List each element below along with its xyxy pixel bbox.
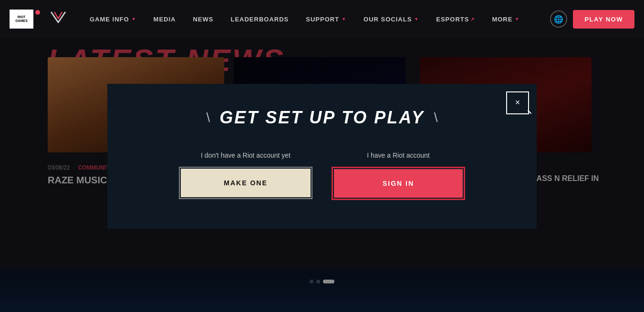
modal-slash-right: \ <box>434 110 438 125</box>
more-dropdown-arrow: ▼ <box>515 17 519 21</box>
modal-close-button[interactable]: × <box>506 91 529 114</box>
nav-item-media[interactable]: MEDIA <box>145 0 185 38</box>
modal-title: GET SET UP TO PLAY <box>219 108 424 128</box>
support-dropdown-arrow: ▼ <box>342 17 346 21</box>
nav-item-news[interactable]: NEWS <box>184 0 222 38</box>
nav-item-support[interactable]: SUPPORT ▼ <box>297 0 355 38</box>
make-one-button-wrapper: MAKE ONE <box>179 167 312 199</box>
riot-logo-box: RIOT GAMES <box>10 10 33 29</box>
riot-dot <box>35 10 40 15</box>
nav-item-esports[interactable]: ESPORTS ↗ <box>427 0 483 38</box>
nav-right: 🌐 PLAY NOW <box>550 10 634 29</box>
modal-slash-left: \ <box>207 110 210 125</box>
valorant-logo-icon[interactable] <box>50 9 67 30</box>
nav-item-our-socials[interactable]: OUR SOCIALS ▼ <box>355 0 427 38</box>
nav-item-game-info[interactable]: GAME INFO ▼ <box>81 0 145 38</box>
nav-items: GAME INFO ▼ MEDIA NEWS LEADERBOARDS SUPP… <box>81 0 550 38</box>
esports-external-arrow: ↗ <box>470 17 475 22</box>
has-account-column: I have a Riot account SIGN IN <box>332 151 465 200</box>
sign-in-button-wrapper: SIGN IN <box>332 167 465 200</box>
game-info-dropdown-arrow: ▼ <box>132 17 136 21</box>
language-selector-button[interactable]: 🌐 <box>550 10 567 28</box>
nav-item-more[interactable]: MORE ▼ <box>483 0 528 38</box>
make-account-button[interactable]: MAKE ONE <box>181 169 311 197</box>
socials-dropdown-arrow: ▼ <box>414 17 419 21</box>
modal-actions: I don't have a Riot account yet MAKE ONE… <box>136 151 508 200</box>
navbar: RIOT GAMES GAME INFO ▼ MEDIA NEWS LEADER… <box>0 0 644 38</box>
get-set-up-modal: × \ GET SET UP TO PLAY \ I don't have a … <box>107 84 537 229</box>
play-now-button[interactable]: PLAY NOW <box>573 10 634 29</box>
riot-games-logo[interactable]: RIOT GAMES <box>10 10 42 29</box>
sign-in-button[interactable]: SIGN IN <box>334 169 463 198</box>
no-account-column: I don't have a Riot account yet MAKE ONE <box>179 151 312 200</box>
modal-title-row: \ GET SET UP TO PLAY \ <box>136 108 508 128</box>
no-account-label: I don't have a Riot account yet <box>201 151 291 159</box>
nav-item-leaderboards[interactable]: LEADERBOARDS <box>222 0 297 38</box>
has-account-label: I have a Riot account <box>367 151 430 159</box>
